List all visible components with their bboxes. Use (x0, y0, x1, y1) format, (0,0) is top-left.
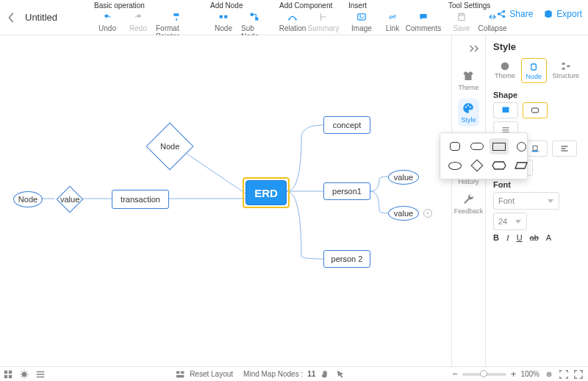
bold-button[interactable]: B (493, 233, 499, 242)
structure-icon (560, 60, 572, 72)
svg-rect-2 (251, 13, 254, 16)
top-right-actions: Share Export (496, 9, 582, 19)
svg-point-13 (470, 106, 471, 107)
wrench-icon (462, 193, 476, 206)
shape-ellipse[interactable] (445, 157, 465, 174)
share-button[interactable]: Share (496, 9, 533, 19)
shape-parallelogram[interactable] (512, 157, 531, 174)
grid-icon[interactable] (35, 369, 46, 380)
insert-image-button[interactable]: Image (348, 11, 375, 32)
subtab-theme[interactable]: Theme (493, 58, 517, 83)
focus-icon[interactable] (559, 369, 569, 380)
layers-icon[interactable] (3, 369, 13, 380)
side-icon-tabs: Theme Style Icon History Feedback (451, 35, 485, 366)
group-title: Insert (348, 1, 437, 10)
diagram-canvas[interactable]: Node value transaction Node ERD concept … (0, 35, 451, 366)
svg-rect-21 (567, 65, 570, 68)
svg-rect-31 (176, 371, 179, 374)
zoom-out-button[interactable]: − (452, 368, 458, 380)
svg-point-30 (22, 371, 27, 377)
entity-person2[interactable]: person 2 (323, 250, 370, 268)
document-title[interactable]: Untitled (22, 0, 88, 35)
zoom-slider[interactable] (462, 373, 506, 376)
fill-color-control[interactable] (493, 102, 518, 118)
svg-rect-22 (503, 107, 509, 113)
svg-point-5 (295, 18, 297, 20)
shape-section-label: Shape (493, 90, 581, 99)
central-node-erd[interactable]: ERD (245, 180, 287, 205)
svg-rect-24 (533, 146, 537, 150)
svg-point-17 (501, 63, 509, 71)
font-family-select[interactable]: Font (493, 192, 559, 210)
tab-feedback[interactable]: Feedback (454, 193, 484, 215)
zoom-in-button[interactable]: + (511, 368, 517, 380)
insert-comments-button[interactable]: Comments (410, 11, 437, 32)
summary-button[interactable]: Summary (310, 11, 337, 32)
entity-transaction[interactable]: transaction (112, 190, 169, 209)
shirt-icon (462, 69, 475, 82)
svg-rect-25 (532, 151, 539, 152)
svg-rect-1 (224, 15, 227, 18)
palette-icon (462, 102, 475, 115)
group-add-component: Add Component Relation Summary (273, 0, 343, 35)
shape-circle[interactable] (512, 138, 531, 154)
font-section-label: Font (493, 180, 581, 189)
export-button[interactable]: Export (543, 9, 582, 19)
shape-diamond[interactable] (467, 157, 487, 174)
insert-link-button[interactable]: Link (379, 11, 406, 32)
entity-person1[interactable]: person1 (323, 182, 370, 200)
entity-concept[interactable]: concept (323, 116, 370, 134)
tab-theme[interactable]: Theme (458, 69, 478, 91)
group-title: Add Node (210, 1, 268, 10)
save-icon (456, 11, 467, 23)
reset-layout-icon[interactable] (175, 369, 185, 380)
underline-button[interactable]: U (517, 233, 523, 242)
svg-point-11 (465, 106, 467, 107)
fullscreen-icon[interactable] (573, 369, 584, 380)
subtab-structure[interactable]: Structure (551, 58, 581, 83)
svg-rect-29 (9, 374, 12, 377)
shape-pill[interactable] (467, 138, 487, 154)
collapse-panel-button[interactable] (452, 44, 485, 62)
back-button[interactable] (0, 0, 22, 35)
svg-rect-6 (358, 14, 366, 20)
hand-tool-icon[interactable] (320, 369, 330, 380)
reset-layout-button[interactable]: Reset Layout (190, 370, 233, 378)
shape-rectangle[interactable] (490, 138, 509, 154)
entity-value-oval-2[interactable]: value (388, 206, 419, 221)
style-panel: Style Theme Node Structure Shape Font Fo… (485, 35, 588, 366)
add-child-button[interactable]: + (423, 209, 432, 218)
svg-rect-28 (4, 374, 7, 377)
format-painter-icon (171, 11, 183, 23)
save-button[interactable]: Save (448, 11, 475, 32)
shape-picker-control[interactable] (523, 102, 548, 118)
svg-rect-27 (9, 370, 12, 373)
entity-node-oval[interactable]: Node (13, 191, 43, 207)
shape-hexagon[interactable] (490, 157, 509, 174)
subnode-icon (248, 11, 260, 23)
tab-style[interactable]: Style (458, 99, 478, 127)
shape-rounded-square[interactable] (445, 138, 465, 154)
font-color-button[interactable]: A (546, 233, 551, 242)
group-insert: Insert Image Link Comments (343, 0, 442, 35)
italic-button[interactable]: I (506, 233, 509, 242)
node-icon (218, 11, 229, 23)
relation-button[interactable]: Relation (279, 11, 306, 32)
font-size-select[interactable]: 24 (493, 213, 527, 230)
svg-point-7 (359, 15, 361, 17)
svg-point-35 (548, 373, 551, 375)
shape-popover (440, 132, 528, 179)
entity-value-oval-1[interactable]: value (388, 170, 419, 185)
strikethrough-button[interactable]: ab (530, 233, 539, 242)
color-icon (499, 60, 511, 72)
brightness-icon[interactable] (19, 369, 29, 380)
group-basic-operation: Basic operation Undo Redo Format Painter (88, 0, 204, 35)
node-count-value: 11 (307, 370, 315, 378)
subtab-node[interactable]: Node (521, 58, 546, 83)
cursor-tool-icon[interactable] (334, 369, 345, 380)
redo-icon (132, 11, 144, 23)
svg-rect-26 (4, 370, 7, 373)
svg-rect-33 (176, 374, 184, 377)
align-control[interactable] (552, 140, 577, 157)
fit-screen-icon[interactable] (544, 369, 554, 380)
